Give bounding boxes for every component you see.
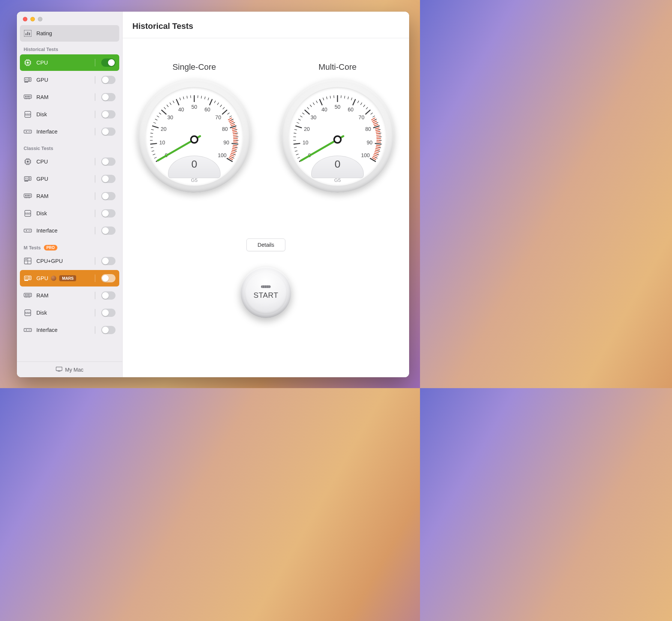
toggle[interactable] [101,209,116,218]
svg-line-161 [220,105,222,107]
toggle[interactable] [101,326,116,334]
svg-line-201 [376,145,381,146]
sidebar-item-disk[interactable]: SSDDisk [20,106,119,123]
svg-text:40: 40 [321,106,327,112]
toggle[interactable] [101,309,116,317]
svg-point-69 [30,230,30,231]
svg-text:70: 70 [215,114,221,120]
svg-line-101 [232,128,236,129]
svg-line-160 [217,103,219,105]
svg-point-92 [30,330,30,330]
sidebar-item-disk[interactable]: SSDDisk [20,205,119,222]
toggle[interactable] [101,58,116,67]
sidebar-item-ram[interactable]: RAM [20,188,119,204]
svg-line-216 [294,147,297,148]
toggle[interactable] [101,128,116,136]
svg-line-228 [302,113,304,114]
svg-line-253 [365,110,370,114]
sidebar-item-cpu[interactable]: CPU [20,153,119,170]
svg-line-123 [154,157,156,158]
sidebar-item-gpu[interactable]: GPU [20,171,119,187]
svg-point-76 [28,278,29,278]
svg-point-36 [30,131,30,132]
svg-text:30: 30 [167,114,173,120]
sidebar-item-cpu[interactable]: CPU [20,54,119,71]
svg-line-109 [233,142,238,142]
svg-line-149 [187,96,187,99]
svg-line-126 [151,147,153,148]
details-button[interactable]: Details [246,238,285,251]
svg-text:80: 80 [365,126,371,132]
section-header-m: M Tests PRO [20,240,119,253]
ram-icon [24,93,32,101]
sidebar-item-disk[interactable]: SSDDisk [20,304,119,321]
toggle[interactable] [101,257,116,265]
svg-rect-83 [30,294,30,296]
sidebar-item-rating[interactable]: Rating [20,25,119,42]
svg-line-124 [153,154,155,155]
sidebar-item-ram[interactable]: RAM [20,89,119,105]
svg-line-250 [360,103,362,105]
svg-line-133 [152,126,159,128]
toggle[interactable] [101,110,116,118]
sidebar-item-gpu[interactable]: GPUMARS [20,270,119,286]
sidebar-item-ram[interactable]: RAM [20,287,119,304]
svg-line-113 [232,148,237,150]
close-icon[interactable] [23,17,27,21]
toggle[interactable] [101,93,116,101]
svg-line-105 [233,135,237,135]
sidebar-item-gpu[interactable]: GPU [20,72,119,88]
sidebar-item-label: RAM [36,193,90,199]
svg-line-222 [294,129,297,130]
gauge-unit: G5 [172,177,217,183]
sidebar-item-cpu-gpu[interactable]: CPU+GPU [20,253,119,269]
sidebar-item-interface[interactable]: Interface [20,322,119,338]
svg-line-136 [155,119,157,120]
svg-line-137 [157,116,159,117]
svg-line-227 [300,116,302,117]
svg-rect-58 [27,195,28,196]
sidebar-footer[interactable]: My Mac [17,362,122,377]
gauge-unit: G5 [315,177,360,183]
sidebar-item-interface[interactable]: Interface [20,123,119,140]
svg-line-95 [228,118,232,120]
toggle[interactable] [101,76,116,84]
sidebar-item-label: CPU+GPU [36,258,90,264]
svg-rect-78 [24,280,28,281]
svg-line-246 [351,98,352,100]
svg-line-166 [230,116,232,117]
svg-line-199 [376,142,381,142]
zoom-icon[interactable] [38,17,42,21]
sidebar-item-interface[interactable]: Interface [20,222,119,239]
svg-line-187 [373,121,377,123]
footer-label: My Mac [65,367,84,373]
sidebar-list: Rating Historical Tests CPUGPURAMSSDDisk… [17,24,122,362]
toggle[interactable] [101,226,116,235]
toggle[interactable] [101,158,116,166]
toggle[interactable] [101,175,116,183]
divider [95,76,95,84]
svg-text:20: 20 [304,126,310,132]
svg-line-255 [370,113,373,114]
svg-text:100: 100 [218,152,227,158]
divider [95,257,95,265]
start-button[interactable]: START [240,267,291,318]
toggle[interactable] [101,274,116,282]
svg-text:60: 60 [204,106,210,112]
svg-line-256 [373,116,375,117]
svg-rect-60 [30,195,30,196]
page-title: Historical Tests [123,12,409,38]
svg-line-99 [231,124,235,126]
sidebar-item-label: Disk [36,210,90,216]
divider [95,326,95,334]
gpu-icon [24,274,32,282]
svg-rect-57 [25,195,26,196]
svg-line-157 [210,99,212,105]
svg-rect-3 [29,33,30,35]
minimize-icon[interactable] [30,17,35,21]
toggle[interactable] [101,192,116,200]
svg-line-175 [231,143,238,144]
svg-rect-24 [25,96,26,98]
svg-rect-2 [27,32,28,35]
toggle[interactable] [101,291,116,300]
